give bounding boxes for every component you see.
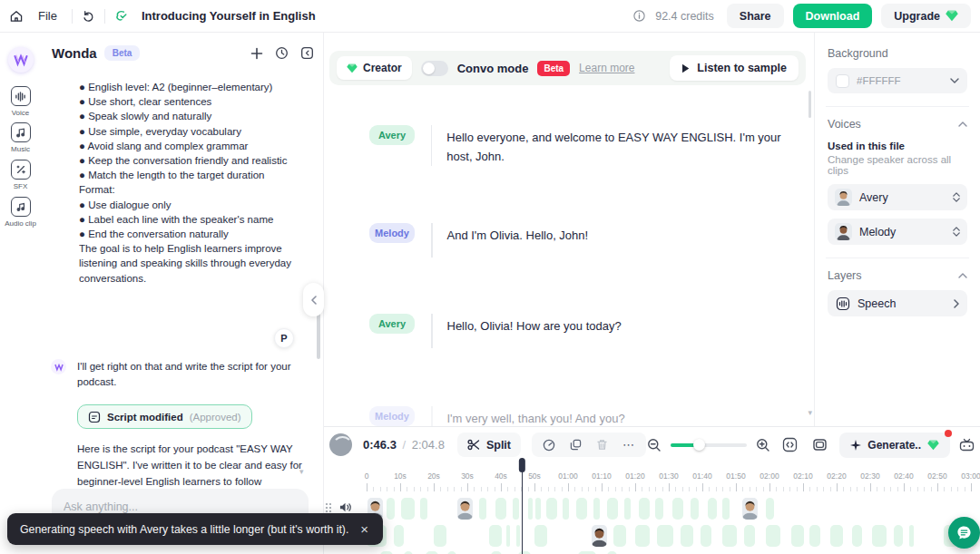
speaker-badge[interactable]: Melody — [369, 406, 415, 426]
undo-icon[interactable] — [82, 9, 95, 23]
audio-clip[interactable] — [479, 498, 487, 520]
creator-mode-pill[interactable]: Creator — [337, 56, 412, 80]
transcript-text[interactable]: And I'm Olivia. Hello, John! — [447, 223, 589, 245]
audio-clip[interactable] — [457, 498, 473, 520]
audio-clip[interactable] — [434, 525, 446, 547]
audio-clip[interactable] — [639, 498, 650, 520]
collapse-panel-icon[interactable] — [300, 46, 314, 60]
transcript-text[interactable]: Hello, Olivia! How are you today? — [447, 314, 622, 335]
audio-clip[interactable] — [791, 525, 804, 547]
fit-to-width-icon[interactable] — [779, 434, 800, 455]
frame-view-icon[interactable] — [809, 434, 830, 455]
transcript-scrollbar[interactable] — [808, 91, 812, 118]
voices-section-header[interactable]: Voices — [828, 118, 967, 131]
split-button[interactable]: Split — [457, 433, 521, 457]
zoom-out-icon[interactable] — [647, 438, 662, 452]
learn-more-link[interactable]: Learn more — [579, 62, 634, 74]
transcript-row[interactable]: Melody I'm very well, thank you! And you… — [369, 406, 796, 426]
audio-clip[interactable] — [420, 498, 427, 520]
speaker-badge[interactable]: Melody — [369, 223, 415, 243]
transcript-row[interactable]: Avery Hello, Olivia! How are you today? — [369, 314, 796, 348]
audio-clip[interactable] — [563, 498, 569, 520]
device-icon[interactable] — [959, 438, 975, 452]
speaker-badge[interactable]: Avery — [369, 125, 415, 145]
audio-clip[interactable] — [681, 525, 693, 547]
audio-clip[interactable] — [701, 525, 711, 547]
audio-clip[interactable] — [513, 498, 519, 520]
rail-item-audio-clip[interactable]: Audio clip — [0, 197, 41, 228]
support-chat-button[interactable] — [948, 517, 980, 549]
audio-clip[interactable] — [742, 498, 758, 520]
rail-item-music[interactable]: Music — [0, 122, 41, 153]
audio-clip[interactable] — [766, 525, 780, 547]
duplicate-icon[interactable] — [570, 439, 582, 451]
transcript-row[interactable]: Avery Hello everyone, and welcome to EAS… — [369, 125, 796, 166]
info-icon[interactable] — [632, 9, 646, 23]
audio-clip[interactable] — [657, 525, 673, 547]
audio-clip[interactable] — [613, 525, 626, 547]
more-options-icon[interactable]: ⋯ — [622, 438, 635, 452]
audio-clip[interactable] — [691, 498, 699, 520]
listen-to-sample-button[interactable]: Listen to sample — [670, 55, 799, 81]
audio-clip[interactable] — [830, 525, 843, 547]
audio-clip[interactable] — [722, 498, 729, 520]
rail-item-sfx[interactable]: SFX — [0, 160, 41, 190]
layers-section-header[interactable]: Layers — [828, 269, 967, 282]
audio-clip[interactable] — [708, 498, 717, 520]
voice-select-melody[interactable]: Melody — [828, 219, 967, 245]
timeline-zoom-slider[interactable] — [671, 443, 747, 447]
download-button[interactable]: Download — [793, 4, 873, 28]
audio-clip[interactable] — [387, 498, 395, 520]
audio-clip[interactable] — [766, 498, 774, 520]
file-menu[interactable]: File — [33, 5, 63, 26]
play-button[interactable] — [329, 433, 352, 456]
speed-gauge-icon[interactable] — [543, 439, 555, 452]
history-icon[interactable] — [275, 46, 289, 60]
audio-clip[interactable] — [528, 498, 533, 520]
audio-clip[interactable] — [672, 498, 683, 520]
background-color-select[interactable]: #FFFFFF — [828, 68, 967, 93]
audio-clip[interactable] — [722, 525, 737, 547]
audio-clip[interactable] — [506, 525, 511, 547]
slider-knob[interactable] — [693, 439, 705, 451]
collapse-panel-handle[interactable] — [303, 283, 324, 316]
audio-clip[interactable] — [516, 525, 521, 547]
audio-clip[interactable] — [635, 525, 650, 547]
audio-clip[interactable] — [872, 525, 887, 547]
audio-clip[interactable] — [852, 525, 863, 547]
generate-button[interactable]: Generate.. — [839, 433, 950, 458]
convo-mode-toggle[interactable] — [421, 61, 448, 76]
audio-clip[interactable] — [894, 525, 903, 547]
audio-clip[interactable] — [592, 525, 607, 547]
share-button[interactable]: Share — [727, 4, 784, 28]
upgrade-button[interactable]: Upgrade — [881, 4, 971, 28]
audio-clip[interactable] — [744, 525, 755, 547]
audio-clip[interactable] — [535, 498, 541, 520]
audio-clip[interactable] — [546, 498, 557, 520]
audio-clip[interactable] — [909, 525, 915, 547]
audio-clip[interactable] — [624, 498, 631, 520]
audio-clip[interactable] — [401, 498, 415, 520]
home-icon[interactable] — [9, 9, 24, 24]
zoom-in-icon[interactable] — [756, 438, 770, 452]
delete-icon[interactable] — [596, 439, 608, 451]
audio-clip[interactable] — [607, 498, 618, 520]
transcript-row[interactable]: Melody And I'm Olivia. Hello, John! — [369, 223, 796, 258]
new-chat-button[interactable] — [250, 47, 263, 60]
audio-clip[interactable] — [534, 525, 547, 547]
wonda-logo-icon[interactable] — [8, 47, 34, 73]
audio-clip[interactable] — [593, 498, 600, 520]
rail-item-voice[interactable]: Voice — [0, 86, 41, 117]
voice-select-avery[interactable]: Avery — [828, 184, 967, 210]
audio-clip[interactable] — [489, 525, 502, 547]
audio-clip[interactable] — [495, 498, 505, 520]
audio-clip[interactable] — [655, 498, 663, 520]
script-modified-badge[interactable]: Script modified (Approved) — [77, 404, 252, 429]
transcript-text[interactable]: Hello everyone, and welcome to EASY WAY … — [446, 125, 796, 166]
audio-clip[interactable] — [809, 525, 820, 547]
audio-clip[interactable] — [576, 498, 587, 520]
close-icon[interactable]: × — [358, 521, 370, 537]
layer-speech[interactable]: Speech — [828, 290, 967, 316]
speaker-badge[interactable]: Avery — [369, 314, 415, 334]
transcript-text[interactable]: I'm very well, thank you! And you? — [447, 406, 625, 426]
